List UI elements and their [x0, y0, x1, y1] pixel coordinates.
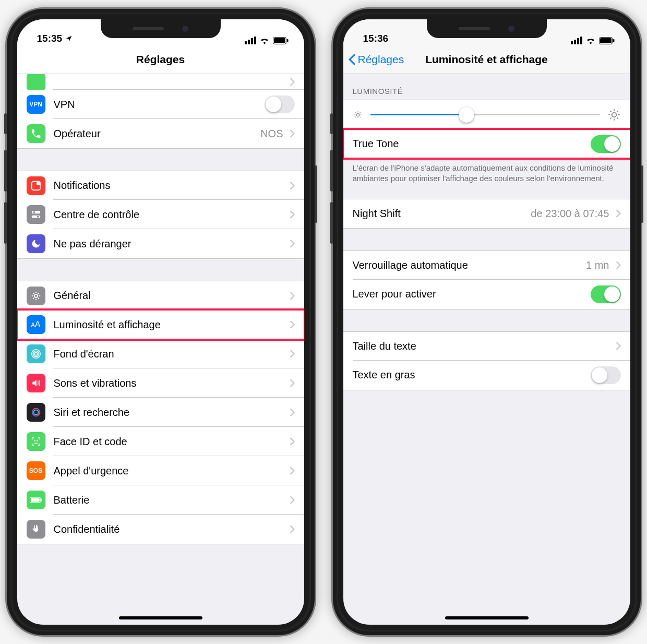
row-general[interactable]: Général: [17, 281, 304, 310]
faceid-icon: [27, 432, 45, 451]
side-button[interactable]: [315, 165, 317, 223]
nav-title: Réglages: [136, 53, 185, 66]
nav-bar: Réglages: [17, 45, 304, 74]
group-lock: Verrouillage automatique 1 mn Lever pour…: [343, 251, 630, 309]
sun-dim-icon: [353, 110, 363, 120]
svg-rect-31: [613, 39, 615, 42]
chevron-right-icon: [616, 342, 621, 350]
svg-point-6: [33, 211, 35, 213]
row-faceid[interactable]: Face ID et code: [17, 427, 304, 456]
cellular-icon: [571, 37, 582, 44]
row-notifications[interactable]: Notifications: [17, 171, 304, 200]
row-wallpaper[interactable]: Fond d'écran: [17, 339, 304, 368]
row-label: Night Shift: [353, 208, 531, 220]
row-label: True Tone: [353, 138, 591, 150]
front-camera-icon: [182, 26, 188, 32]
svg-line-38: [360, 116, 360, 117]
row-nightshift[interactable]: Night Shift de 23:00 à 07:45: [343, 199, 630, 228]
group-nightshift: Night Shift de 23:00 à 07:45: [343, 199, 630, 229]
moon-icon: [27, 234, 45, 253]
chevron-right-icon: [290, 437, 295, 446]
volume-up-button[interactable]: [330, 150, 333, 192]
svg-rect-5: [31, 211, 40, 214]
battery-icon: [599, 37, 615, 44]
side-button[interactable]: [641, 165, 643, 223]
row-dnd[interactable]: Ne pas déranger: [17, 229, 304, 258]
vpn-toggle[interactable]: [265, 96, 295, 113]
volume-down-button[interactable]: [330, 202, 333, 244]
notch: [101, 19, 221, 38]
speaker-grille: [459, 27, 490, 30]
row-privacy[interactable]: Confidentialité: [17, 515, 304, 544]
home-indicator[interactable]: [445, 616, 529, 619]
unknown-icon: [27, 74, 45, 90]
wifi-icon: [259, 37, 270, 44]
control-center-icon: [27, 205, 45, 224]
gear-icon: [27, 287, 45, 305]
row-label: Confidentialité: [54, 523, 285, 535]
row-boldtext[interactable]: Texte en gras: [343, 361, 630, 390]
row-partial-top[interactable]: [17, 74, 304, 90]
raise-toggle[interactable]: [591, 285, 621, 303]
row-label: Verrouillage automatique: [353, 259, 586, 271]
display-icon: AA: [27, 315, 45, 334]
svg-line-16: [33, 297, 34, 299]
boldtext-toggle[interactable]: [591, 366, 621, 384]
volume-up-button[interactable]: [4, 150, 7, 192]
back-button[interactable]: Réglages: [349, 53, 404, 66]
svg-line-46: [610, 111, 611, 112]
row-carrier[interactable]: Opérateur NOS: [17, 119, 304, 148]
row-control-center[interactable]: Centre de contrôle: [17, 200, 304, 229]
phone-right: 15:36 Réglages Luminosité et affichage L…: [333, 9, 641, 635]
screen-settings: 15:35 Réglages VPN VPN: [17, 19, 304, 625]
siri-icon: [27, 403, 45, 422]
row-label: Fond d'écran: [54, 348, 285, 360]
row-raise-to-wake[interactable]: Lever pour activer: [343, 280, 630, 309]
group-text: Taille du texte Texte en gras: [343, 331, 630, 390]
chevron-right-icon: [290, 210, 295, 219]
brightness-slider-row: [343, 100, 630, 129]
chevron-right-icon: [290, 240, 295, 248]
row-label: Luminosité et affichage: [54, 319, 285, 331]
row-siri[interactable]: Siri et recherche: [17, 398, 304, 427]
home-indicator[interactable]: [119, 616, 202, 619]
wifi-icon: [585, 37, 596, 44]
svg-rect-7: [31, 216, 40, 218]
svg-point-24: [34, 440, 34, 440]
chevron-right-icon: [616, 261, 621, 269]
row-label: Notifications: [54, 180, 285, 192]
slider-thumb[interactable]: [459, 107, 474, 123]
chevron-right-icon: [290, 379, 295, 387]
row-detail: NOS: [260, 128, 283, 140]
settings-list[interactable]: VPN VPN Opérateur NOS: [17, 74, 304, 625]
row-vpn[interactable]: VPN VPN: [17, 90, 304, 119]
mute-switch[interactable]: [4, 113, 7, 134]
row-textsize[interactable]: Taille du texte: [343, 331, 630, 361]
row-detail: 1 mn: [586, 259, 609, 271]
row-label: Siri et recherche: [54, 407, 285, 419]
truetone-toggle[interactable]: [591, 135, 621, 153]
svg-point-25: [37, 440, 38, 440]
svg-line-49: [617, 111, 618, 112]
row-label: Face ID et code: [54, 436, 285, 448]
row-autolock[interactable]: Verrouillage automatique 1 mn: [343, 251, 630, 280]
row-display-brightness[interactable]: AA Luminosité et affichage: [17, 310, 304, 339]
svg-point-8: [37, 216, 39, 218]
row-truetone[interactable]: True Tone: [343, 129, 630, 158]
mute-switch[interactable]: [330, 113, 333, 134]
row-battery[interactable]: Batterie: [17, 485, 304, 515]
svg-point-19: [33, 351, 39, 357]
section-brightness-header: LUMINOSITÉ: [343, 74, 630, 100]
group-network: VPN VPN Opérateur NOS: [17, 74, 304, 149]
volume-down-button[interactable]: [4, 202, 7, 244]
row-sounds[interactable]: Sons et vibrations: [17, 368, 304, 398]
row-label: Batterie: [54, 494, 285, 506]
display-settings-list[interactable]: LUMINOSITÉ True Tone L'écran de l'iPhone…: [343, 74, 630, 625]
svg-point-41: [612, 112, 616, 117]
speaker-grille: [133, 27, 164, 30]
row-sos[interactable]: SOS Appel d'urgence: [17, 456, 304, 485]
brightness-slider[interactable]: [370, 114, 600, 115]
row-label: Opérateur: [54, 128, 261, 140]
row-label: Centre de contrôle: [54, 209, 285, 221]
svg-line-39: [355, 116, 356, 117]
